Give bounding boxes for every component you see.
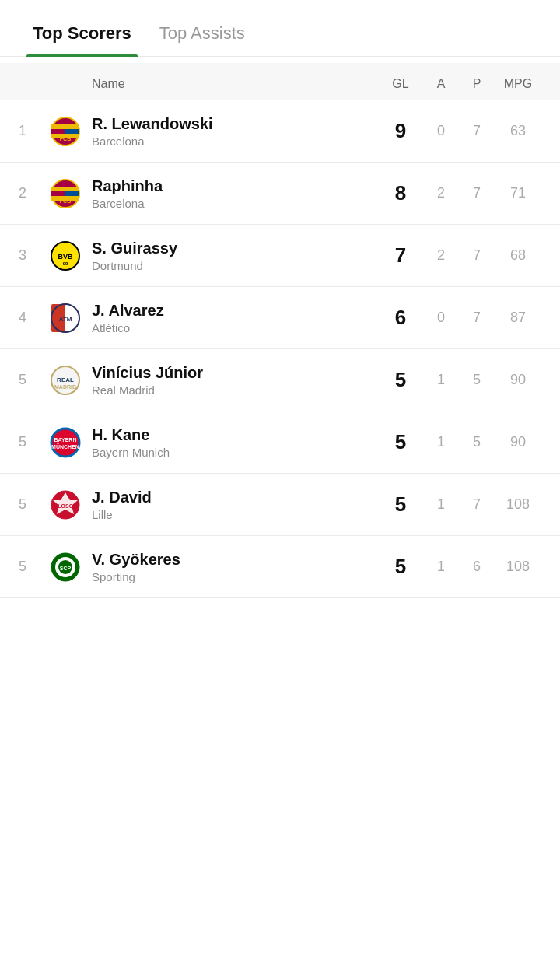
- table-row: 5 BAYERN MÜNCHEN H. Kane Bayern Munich 5…: [0, 411, 560, 474]
- player-rank: 1: [19, 123, 50, 139]
- svg-text:MADRID: MADRID: [54, 384, 76, 390]
- player-info: Raphinha Barcelona: [92, 177, 378, 210]
- table-row: 3 BVB 09 S. Guirassy Dortmund 7 2 7 68: [0, 225, 560, 287]
- header-p: P: [459, 77, 495, 91]
- stat-p: 7: [459, 185, 495, 201]
- stat-a: 0: [423, 123, 459, 139]
- stat-mpg: 90: [495, 434, 541, 450]
- svg-text:09: 09: [63, 261, 68, 266]
- svg-text:ATM: ATM: [59, 316, 72, 323]
- header-mpg: MPG: [495, 77, 541, 91]
- stat-gl: 5: [378, 368, 423, 392]
- tab-bar: Top Scorers Top Assists: [0, 0, 560, 57]
- player-club: Barcelona: [92, 135, 378, 148]
- stat-gl: 9: [378, 119, 423, 143]
- club-logo: BVB 09: [50, 240, 92, 271]
- player-name: Raphinha: [92, 177, 378, 195]
- stat-a: 1: [423, 559, 459, 575]
- player-name: Vinícius Júnior: [92, 363, 378, 382]
- stat-a: 1: [423, 434, 459, 450]
- svg-point-23: [51, 429, 79, 457]
- club-logo: FCB: [50, 178, 92, 209]
- stat-p: 5: [459, 372, 495, 388]
- club-logo: FCB: [50, 116, 92, 147]
- stat-a: 0: [423, 310, 459, 326]
- player-rank: 5: [19, 559, 50, 575]
- player-rank: 4: [19, 310, 50, 326]
- svg-text:LOSC: LOSC: [58, 503, 72, 509]
- stat-mpg: 68: [495, 247, 541, 264]
- stat-a: 2: [423, 247, 459, 264]
- club-logo: BAYERN MÜNCHEN: [50, 427, 92, 458]
- player-rank: 5: [19, 434, 50, 450]
- stat-gl: 6: [378, 306, 423, 330]
- club-logo: SCP: [50, 552, 92, 583]
- stat-p: 7: [459, 310, 495, 326]
- player-info: V. Gyökeres Sporting: [92, 550, 378, 583]
- stat-mpg: 108: [495, 496, 541, 513]
- player-club: Atlético: [92, 321, 378, 334]
- player-info: Vinícius Júnior Real Madrid: [92, 363, 378, 397]
- player-rank: 5: [19, 372, 50, 388]
- stat-p: 7: [459, 247, 495, 264]
- player-name: H. Kane: [92, 425, 378, 444]
- table-row: 5 REAL MADRID Vinícius Júnior Real Madri…: [0, 349, 560, 411]
- player-name: S. Guirassy: [92, 239, 378, 257]
- stat-mpg: 90: [495, 372, 541, 388]
- svg-text:REAL: REAL: [57, 376, 74, 383]
- stat-p: 7: [459, 496, 495, 513]
- svg-text:BAYERN: BAYERN: [54, 437, 77, 443]
- player-rank: 5: [19, 496, 50, 513]
- player-name: V. Gyökeres: [92, 550, 378, 569]
- svg-rect-9: [51, 187, 79, 191]
- table-row: 4 ATM J. Alvarez Atlético 6 0 7 87: [0, 287, 560, 349]
- player-club: Sporting: [92, 570, 378, 583]
- stat-gl: 5: [378, 430, 423, 454]
- header-name: Name: [92, 77, 378, 91]
- svg-text:FCB: FCB: [60, 198, 71, 204]
- player-name: J. David: [92, 488, 378, 506]
- player-club: Real Madrid: [92, 383, 378, 397]
- table-header: Name GL A P MPG: [0, 63, 560, 100]
- player-club: Lille: [92, 508, 378, 521]
- svg-text:SCP: SCP: [60, 566, 72, 571]
- player-name: R. Lewandowski: [92, 114, 378, 133]
- stat-gl: 7: [378, 243, 423, 268]
- stat-p: 7: [459, 123, 495, 139]
- svg-text:BVB: BVB: [58, 253, 73, 261]
- tab-top-scorers[interactable]: Top Scorers: [19, 14, 145, 56]
- player-info: H. Kane Bayern Munich: [92, 425, 378, 459]
- club-logo: ATM: [50, 303, 92, 334]
- stat-gl: 5: [378, 555, 423, 579]
- club-logo: REAL MADRID: [50, 365, 92, 396]
- header-gl: GL: [378, 77, 423, 91]
- header-a: A: [423, 77, 459, 91]
- player-club: Dortmund: [92, 259, 378, 272]
- stat-gl: 8: [378, 181, 423, 205]
- table-body: 1 FCB R. Lewandowski Barcelona 9 0 7 63 …: [0, 100, 560, 598]
- player-info: J. Alvarez Atlético: [92, 301, 378, 334]
- stat-p: 5: [459, 434, 495, 450]
- stat-mpg: 63: [495, 123, 541, 139]
- stat-mpg: 87: [495, 310, 541, 326]
- stat-mpg: 71: [495, 185, 541, 201]
- table-row: 2 FCB Raphinha Barcelona 8 2 7 71: [0, 163, 560, 225]
- player-club: Barcelona: [92, 197, 378, 210]
- table-row: 5 LOSC J. David Lille 5 1 7 108: [0, 474, 560, 536]
- svg-text:FCB: FCB: [60, 136, 71, 142]
- stat-mpg: 108: [495, 559, 541, 575]
- tab-top-assists[interactable]: Top Assists: [145, 14, 259, 56]
- svg-rect-3: [51, 124, 79, 129]
- table-row: 1 FCB R. Lewandowski Barcelona 9 0 7 63: [0, 100, 560, 163]
- stat-p: 6: [459, 559, 495, 575]
- club-logo: LOSC: [50, 489, 92, 520]
- stat-a: 1: [423, 496, 459, 513]
- player-rank: 3: [19, 247, 50, 264]
- stat-a: 2: [423, 185, 459, 201]
- player-info: S. Guirassy Dortmund: [92, 239, 378, 272]
- player-club: Bayern Munich: [92, 446, 378, 459]
- table-row: 5 SCP V. Gyökeres Sporting 5 1 6 108: [0, 536, 560, 598]
- svg-text:MÜNCHEN: MÜNCHEN: [51, 443, 79, 450]
- stat-a: 1: [423, 372, 459, 388]
- player-info: J. David Lille: [92, 488, 378, 521]
